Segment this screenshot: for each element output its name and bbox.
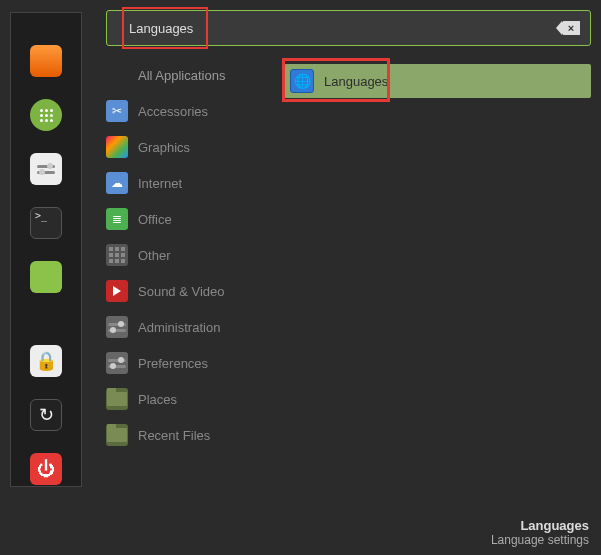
category-label: Preferences (138, 356, 208, 371)
result-languages[interactable]: 🌐Languages (284, 64, 591, 98)
category-label: Administration (138, 320, 220, 335)
category-icon-internet: ☁ (106, 172, 128, 194)
reload-icon[interactable]: ↻ (30, 399, 62, 431)
category-places[interactable]: Places (106, 388, 266, 410)
status-footer: Languages Language settings (491, 518, 589, 547)
category-icon-recent (106, 424, 128, 446)
firefox-icon[interactable] (30, 45, 62, 77)
lock-icon[interactable]: 🔒 (30, 345, 62, 377)
category-icon-places (106, 388, 128, 410)
category-internet[interactable]: ☁Internet (106, 172, 266, 194)
footer-title: Languages (491, 518, 589, 533)
category-icon-office: ≣ (106, 208, 128, 230)
category-graphics[interactable]: Graphics (106, 136, 266, 158)
category-admin[interactable]: Administration (106, 316, 266, 338)
settings-icon[interactable] (30, 153, 62, 185)
files-icon[interactable] (30, 261, 62, 293)
clear-search-icon[interactable]: × (562, 21, 580, 35)
footer-subtitle: Language settings (491, 533, 589, 547)
category-label: Places (138, 392, 177, 407)
category-icon-other (106, 244, 128, 266)
search-results: 🌐Languages (284, 64, 591, 446)
category-label: Graphics (138, 140, 190, 155)
category-label: Office (138, 212, 172, 227)
category-label: Internet (138, 176, 182, 191)
category-label: Other (138, 248, 171, 263)
apps-icon[interactable] (30, 99, 62, 131)
category-icon-sound (106, 280, 128, 302)
search-input[interactable] (117, 21, 562, 36)
category-label: Recent Files (138, 428, 210, 443)
category-label: Sound & Video (138, 284, 225, 299)
category-sound[interactable]: Sound & Video (106, 280, 266, 302)
category-all[interactable]: All Applications (106, 64, 266, 86)
category-icon-graphics (106, 136, 128, 158)
app-menu: × All Applications✂AccessoriesGraphics☁I… (106, 10, 591, 555)
search-field-wrap: × (106, 10, 591, 46)
category-icon-prefs (106, 352, 128, 374)
category-prefs[interactable]: Preferences (106, 352, 266, 374)
globe-icon: 🌐 (290, 69, 314, 93)
category-accessories[interactable]: ✂Accessories (106, 100, 266, 122)
category-icon-admin (106, 316, 128, 338)
category-office[interactable]: ≣Office (106, 208, 266, 230)
category-icon-accessories: ✂ (106, 100, 128, 122)
category-recent[interactable]: Recent Files (106, 424, 266, 446)
category-label: All Applications (138, 68, 225, 83)
category-list: All Applications✂AccessoriesGraphics☁Int… (106, 64, 266, 446)
category-label: Accessories (138, 104, 208, 119)
power-icon[interactable]: ⏻ (30, 453, 62, 485)
terminal-icon[interactable]: >_ (30, 207, 62, 239)
result-label: Languages (324, 74, 388, 89)
launcher-sidebar: >_🔒↻⏻ (10, 12, 82, 487)
category-other[interactable]: Other (106, 244, 266, 266)
